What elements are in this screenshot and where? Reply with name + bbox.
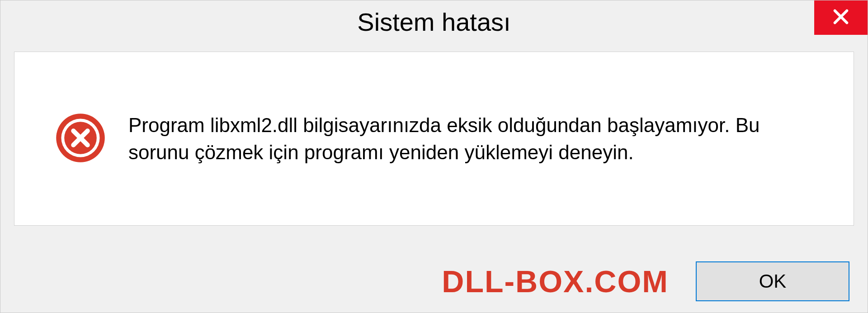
close-icon <box>832 8 850 28</box>
content-panel: Program libxml2.dll bilgisayarınızda eks… <box>14 52 854 226</box>
error-icon <box>55 157 106 165</box>
error-dialog: Sistem hatası Program libxml <box>0 0 868 313</box>
error-icon-container <box>55 113 106 165</box>
close-button[interactable] <box>814 0 868 35</box>
ok-button[interactable]: OK <box>696 261 849 301</box>
error-message: Program libxml2.dll bilgisayarınızda eks… <box>128 112 813 166</box>
ok-button-label: OK <box>759 270 787 292</box>
dialog-footer: DLL-BOX.COM OK <box>0 261 868 301</box>
titlebar: Sistem hatası <box>0 0 868 43</box>
dialog-title: Sistem hatası <box>357 7 510 37</box>
watermark-text: DLL-BOX.COM <box>442 264 669 299</box>
